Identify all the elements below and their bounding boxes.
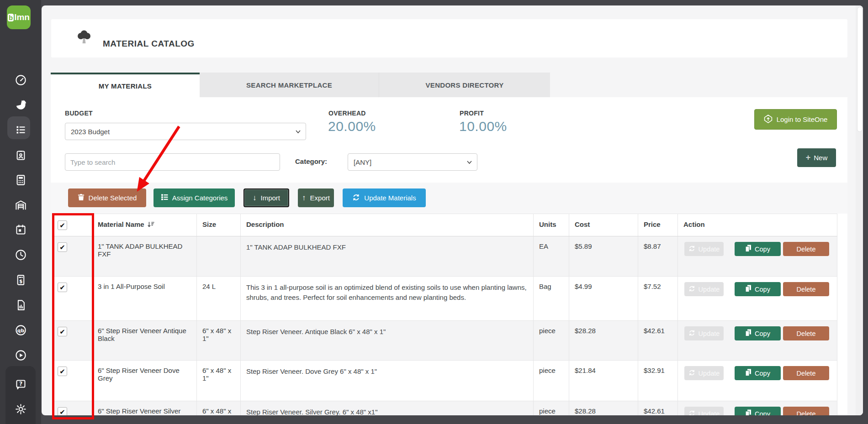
sidebar-item-schedule-calendar-icon[interactable] [12, 221, 29, 238]
sidebar-item-quickbooks-sync-icon[interactable]: qb [12, 322, 29, 338]
copy-icon [745, 369, 752, 377]
table-header-row: ✔ Material Name Size Description Units C… [52, 214, 837, 236]
plus-icon: + [806, 153, 811, 162]
row-update-button[interactable]: Update [684, 366, 724, 380]
import-button[interactable]: ↓ Import [243, 188, 289, 207]
row-checkbox[interactable]: ✔ [58, 327, 67, 336]
units-cell: piece [534, 361, 569, 401]
material-name-cell: 3 in 1 All-Purpose Soil [92, 277, 197, 321]
materials-table: ✔ Material Name Size Description Units C… [52, 214, 837, 415]
arrow-down-icon: ↓ [253, 194, 257, 203]
select-all-header: ✔ [52, 214, 92, 236]
row-checkbox[interactable]: ✔ [58, 366, 67, 376]
row-copy-button[interactable]: Copy [735, 242, 781, 256]
col-price[interactable]: Price [638, 214, 678, 236]
cost-cell: $28.28 [569, 401, 638, 416]
category-select-wrap: [ANY] [348, 153, 477, 171]
row-select-cell: ✔ [52, 401, 92, 416]
sidebar-item-dashboard-gauge-icon[interactable] [12, 72, 29, 88]
row-delete-button[interactable]: Delete [783, 326, 829, 340]
row-checkbox[interactable]: ✔ [58, 242, 67, 252]
row-update-button[interactable]: Update [684, 407, 724, 415]
col-material-name[interactable]: Material Name [92, 214, 197, 236]
col-action: Action [678, 214, 837, 236]
export-button[interactable]: ↑ Export [298, 188, 334, 207]
units-cell: piece [534, 321, 569, 361]
sidebar-item-estimates-calculator-icon[interactable] [12, 172, 29, 188]
price-cell: $42.61 [638, 321, 678, 361]
sidebar-item-training-videos-icon[interactable] [12, 347, 29, 363]
col-description[interactable]: Description [241, 214, 534, 236]
sidebar-item-assets-warehouse-icon[interactable] [12, 197, 29, 213]
table-row: ✔ 3 in 1 All-Purpose Soil 24 L This 3 in… [52, 277, 837, 321]
action-cell: UpdateCopyDelete [678, 401, 837, 416]
cost-cell: $4.99 [569, 277, 638, 321]
app-logo[interactable]: blmn [7, 5, 31, 29]
action-cell: UpdateCopyDelete [678, 236, 837, 277]
category-select[interactable]: [ANY] [348, 153, 477, 171]
sidebar-item-settings-gear-icon[interactable] [12, 401, 29, 417]
row-checkbox[interactable]: ✔ [58, 407, 67, 415]
refresh-icon [688, 285, 695, 293]
cost-cell: $21.84 [569, 361, 638, 401]
row-delete-button[interactable]: Delete [783, 407, 829, 415]
sidebar-item-materials-list-icon[interactable] [12, 121, 29, 138]
login-siteone-button[interactable]: Login to SiteOne [754, 109, 837, 130]
row-delete-button[interactable]: Delete [783, 366, 829, 380]
row-copy-button[interactable]: Copy [735, 366, 781, 380]
table-row: ✔ 6" Step Riser Veneer Silver Grey 6" x … [52, 401, 837, 416]
size-cell [197, 236, 241, 277]
units-cell: EA [534, 236, 569, 277]
delete-selected-button[interactable]: Delete Selected [68, 188, 146, 207]
tab-vendors-directory[interactable]: VENDORS DIRECTORY [379, 73, 550, 97]
toolbar: Delete Selected Assign Categories ↓ Impo… [51, 183, 847, 214]
sidebar-item-invoices-dollar-file-icon[interactable]: $ [12, 272, 29, 288]
action-cell: UpdateCopyDelete [678, 321, 837, 361]
budget-select-wrap: 2023 Budget [65, 123, 306, 140]
row-update-button[interactable]: Update [684, 282, 724, 296]
price-cell: $8.87 [638, 236, 678, 277]
row-update-button[interactable]: Update [684, 242, 724, 256]
sidebar: blmn $qb ? [0, 0, 41, 424]
sort-descending-icon[interactable] [147, 221, 154, 229]
material-name-cell: 6" Step Riser Veneer Silver Grey [92, 401, 197, 416]
description-cell: 1" TANK ADAP BULKHEAD FXF [241, 236, 534, 277]
trash-icon [78, 194, 85, 202]
update-materials-button[interactable]: Update Materials [343, 188, 426, 207]
price-cell: $32.91 [638, 361, 678, 401]
scrollbar-track[interactable] [856, 5, 863, 415]
col-size[interactable]: Size [197, 214, 241, 236]
row-copy-button[interactable]: Copy [735, 326, 781, 340]
logo-b-glyph: b [8, 14, 14, 21]
sidebar-item-help-chat-icon[interactable]: ? [12, 376, 29, 393]
sidebar-item-pie-chart-icon[interactable] [12, 96, 29, 113]
sidebar-item-contacts-card-icon[interactable] [12, 147, 29, 163]
row-checkbox[interactable]: ✔ [58, 283, 67, 292]
row-copy-button[interactable]: Copy [735, 282, 781, 296]
refresh-icon [688, 330, 695, 338]
size-cell: 6" x 48" x 1" [197, 361, 241, 401]
col-units[interactable]: Units [534, 214, 569, 236]
row-delete-button[interactable]: Delete [783, 282, 829, 296]
scrollbar-thumb[interactable] [857, 7, 863, 132]
assign-categories-button[interactable]: Assign Categories [153, 188, 235, 207]
tab-search-marketplace[interactable]: SEARCH MARKETPLACE [200, 73, 379, 97]
search-input[interactable] [65, 153, 280, 171]
select-all-checkbox[interactable]: ✔ [58, 220, 67, 230]
refresh-icon [688, 410, 695, 416]
sidebar-item-reports-file-icon[interactable] [12, 297, 29, 313]
svg-text:$: $ [19, 278, 22, 284]
new-material-button[interactable]: + New [797, 148, 836, 167]
table-row: ✔ 1" TANK ADAP BULKHEAD FXF 1" TANK ADAP… [52, 236, 837, 277]
material-name-cell: 1" TANK ADAP BULKHEAD FXF [92, 236, 197, 277]
row-update-button[interactable]: Update [684, 326, 724, 340]
sidebar-item-timesheets-clock-icon[interactable] [12, 246, 29, 263]
overhead-value: 20.00% [328, 119, 376, 134]
row-copy-button[interactable]: Copy [735, 407, 781, 415]
budget-select[interactable]: 2023 Budget [65, 123, 306, 140]
profit-value: 10.00% [459, 119, 507, 134]
row-delete-button[interactable]: Delete [783, 242, 829, 256]
tab-my-materials[interactable]: MY MATERIALS [51, 73, 200, 97]
col-cost[interactable]: Cost [569, 214, 638, 236]
material-name-cell: 6" Step Riser Veneer Dove Grey [92, 361, 197, 401]
